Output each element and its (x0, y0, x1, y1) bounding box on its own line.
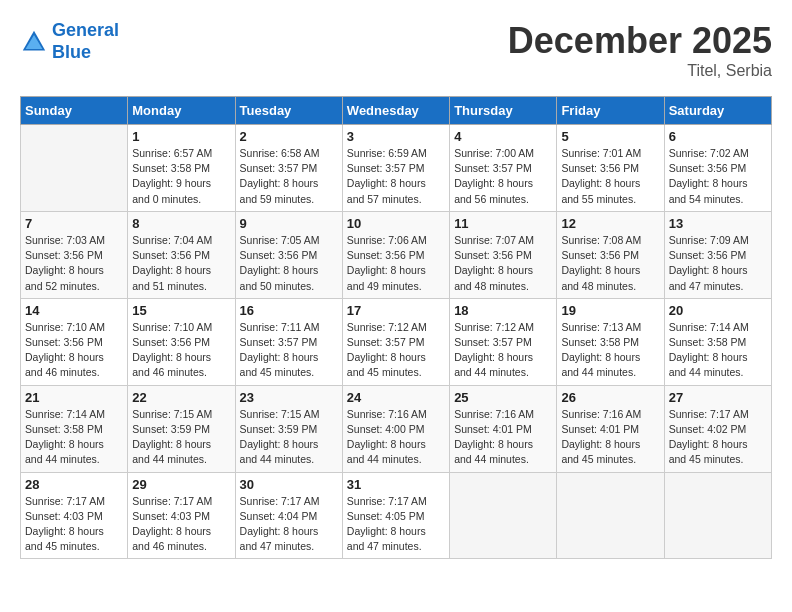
day-info: Sunrise: 7:14 AM Sunset: 3:58 PM Dayligh… (25, 407, 123, 468)
page-header: General Blue December 2025 Titel, Serbia (20, 20, 772, 80)
day-cell: 2Sunrise: 6:58 AM Sunset: 3:57 PM Daylig… (235, 125, 342, 212)
day-info: Sunrise: 7:16 AM Sunset: 4:01 PM Dayligh… (454, 407, 552, 468)
day-number: 2 (240, 129, 338, 144)
day-info: Sunrise: 7:10 AM Sunset: 3:56 PM Dayligh… (25, 320, 123, 381)
logo-icon (20, 28, 48, 56)
col-header-thursday: Thursday (450, 97, 557, 125)
day-info: Sunrise: 7:10 AM Sunset: 3:56 PM Dayligh… (132, 320, 230, 381)
day-cell: 16Sunrise: 7:11 AM Sunset: 3:57 PM Dayli… (235, 298, 342, 385)
day-info: Sunrise: 7:00 AM Sunset: 3:57 PM Dayligh… (454, 146, 552, 207)
day-info: Sunrise: 7:09 AM Sunset: 3:56 PM Dayligh… (669, 233, 767, 294)
day-cell: 6Sunrise: 7:02 AM Sunset: 3:56 PM Daylig… (664, 125, 771, 212)
logo: General Blue (20, 20, 119, 63)
day-cell: 1Sunrise: 6:57 AM Sunset: 3:58 PM Daylig… (128, 125, 235, 212)
week-row-2: 7Sunrise: 7:03 AM Sunset: 3:56 PM Daylig… (21, 211, 772, 298)
day-number: 30 (240, 477, 338, 492)
day-cell: 7Sunrise: 7:03 AM Sunset: 3:56 PM Daylig… (21, 211, 128, 298)
day-cell (664, 472, 771, 559)
day-cell: 24Sunrise: 7:16 AM Sunset: 4:00 PM Dayli… (342, 385, 449, 472)
day-cell: 13Sunrise: 7:09 AM Sunset: 3:56 PM Dayli… (664, 211, 771, 298)
day-cell: 12Sunrise: 7:08 AM Sunset: 3:56 PM Dayli… (557, 211, 664, 298)
col-header-tuesday: Tuesday (235, 97, 342, 125)
day-cell (450, 472, 557, 559)
day-cell: 25Sunrise: 7:16 AM Sunset: 4:01 PM Dayli… (450, 385, 557, 472)
day-number: 15 (132, 303, 230, 318)
day-cell: 4Sunrise: 7:00 AM Sunset: 3:57 PM Daylig… (450, 125, 557, 212)
day-cell: 14Sunrise: 7:10 AM Sunset: 3:56 PM Dayli… (21, 298, 128, 385)
day-info: Sunrise: 7:04 AM Sunset: 3:56 PM Dayligh… (132, 233, 230, 294)
day-info: Sunrise: 7:12 AM Sunset: 3:57 PM Dayligh… (347, 320, 445, 381)
day-info: Sunrise: 7:08 AM Sunset: 3:56 PM Dayligh… (561, 233, 659, 294)
day-number: 18 (454, 303, 552, 318)
day-number: 1 (132, 129, 230, 144)
day-number: 3 (347, 129, 445, 144)
day-info: Sunrise: 7:06 AM Sunset: 3:56 PM Dayligh… (347, 233, 445, 294)
day-cell: 22Sunrise: 7:15 AM Sunset: 3:59 PM Dayli… (128, 385, 235, 472)
day-cell: 5Sunrise: 7:01 AM Sunset: 3:56 PM Daylig… (557, 125, 664, 212)
day-number: 24 (347, 390, 445, 405)
day-number: 11 (454, 216, 552, 231)
day-number: 4 (454, 129, 552, 144)
week-row-5: 28Sunrise: 7:17 AM Sunset: 4:03 PM Dayli… (21, 472, 772, 559)
day-info: Sunrise: 7:16 AM Sunset: 4:01 PM Dayligh… (561, 407, 659, 468)
logo-text: General Blue (52, 20, 119, 63)
day-cell: 3Sunrise: 6:59 AM Sunset: 3:57 PM Daylig… (342, 125, 449, 212)
day-cell: 9Sunrise: 7:05 AM Sunset: 3:56 PM Daylig… (235, 211, 342, 298)
day-cell (21, 125, 128, 212)
day-cell: 21Sunrise: 7:14 AM Sunset: 3:58 PM Dayli… (21, 385, 128, 472)
day-info: Sunrise: 7:02 AM Sunset: 3:56 PM Dayligh… (669, 146, 767, 207)
day-cell: 27Sunrise: 7:17 AM Sunset: 4:02 PM Dayli… (664, 385, 771, 472)
day-cell: 10Sunrise: 7:06 AM Sunset: 3:56 PM Dayli… (342, 211, 449, 298)
day-info: Sunrise: 7:17 AM Sunset: 4:03 PM Dayligh… (132, 494, 230, 555)
day-number: 29 (132, 477, 230, 492)
col-header-monday: Monday (128, 97, 235, 125)
col-header-sunday: Sunday (21, 97, 128, 125)
day-cell (557, 472, 664, 559)
day-cell: 15Sunrise: 7:10 AM Sunset: 3:56 PM Dayli… (128, 298, 235, 385)
day-cell: 30Sunrise: 7:17 AM Sunset: 4:04 PM Dayli… (235, 472, 342, 559)
day-info: Sunrise: 7:01 AM Sunset: 3:56 PM Dayligh… (561, 146, 659, 207)
day-cell: 20Sunrise: 7:14 AM Sunset: 3:58 PM Dayli… (664, 298, 771, 385)
day-cell: 19Sunrise: 7:13 AM Sunset: 3:58 PM Dayli… (557, 298, 664, 385)
day-number: 12 (561, 216, 659, 231)
day-number: 23 (240, 390, 338, 405)
day-number: 6 (669, 129, 767, 144)
calendar-table: SundayMondayTuesdayWednesdayThursdayFrid… (20, 96, 772, 559)
day-number: 22 (132, 390, 230, 405)
col-header-wednesday: Wednesday (342, 97, 449, 125)
day-cell: 29Sunrise: 7:17 AM Sunset: 4:03 PM Dayli… (128, 472, 235, 559)
day-info: Sunrise: 7:11 AM Sunset: 3:57 PM Dayligh… (240, 320, 338, 381)
day-info: Sunrise: 6:58 AM Sunset: 3:57 PM Dayligh… (240, 146, 338, 207)
day-info: Sunrise: 7:12 AM Sunset: 3:57 PM Dayligh… (454, 320, 552, 381)
day-info: Sunrise: 7:17 AM Sunset: 4:03 PM Dayligh… (25, 494, 123, 555)
day-info: Sunrise: 7:17 AM Sunset: 4:04 PM Dayligh… (240, 494, 338, 555)
day-cell: 28Sunrise: 7:17 AM Sunset: 4:03 PM Dayli… (21, 472, 128, 559)
day-info: Sunrise: 7:14 AM Sunset: 3:58 PM Dayligh… (669, 320, 767, 381)
day-number: 10 (347, 216, 445, 231)
day-number: 17 (347, 303, 445, 318)
day-number: 14 (25, 303, 123, 318)
day-cell: 17Sunrise: 7:12 AM Sunset: 3:57 PM Dayli… (342, 298, 449, 385)
day-number: 5 (561, 129, 659, 144)
day-info: Sunrise: 7:17 AM Sunset: 4:02 PM Dayligh… (669, 407, 767, 468)
calendar-header-row: SundayMondayTuesdayWednesdayThursdayFrid… (21, 97, 772, 125)
day-info: Sunrise: 7:16 AM Sunset: 4:00 PM Dayligh… (347, 407, 445, 468)
week-row-3: 14Sunrise: 7:10 AM Sunset: 3:56 PM Dayli… (21, 298, 772, 385)
day-cell: 18Sunrise: 7:12 AM Sunset: 3:57 PM Dayli… (450, 298, 557, 385)
day-info: Sunrise: 7:15 AM Sunset: 3:59 PM Dayligh… (132, 407, 230, 468)
day-info: Sunrise: 6:57 AM Sunset: 3:58 PM Dayligh… (132, 146, 230, 207)
day-number: 7 (25, 216, 123, 231)
day-number: 8 (132, 216, 230, 231)
day-cell: 8Sunrise: 7:04 AM Sunset: 3:56 PM Daylig… (128, 211, 235, 298)
day-number: 21 (25, 390, 123, 405)
day-info: Sunrise: 7:07 AM Sunset: 3:56 PM Dayligh… (454, 233, 552, 294)
col-header-friday: Friday (557, 97, 664, 125)
day-info: Sunrise: 6:59 AM Sunset: 3:57 PM Dayligh… (347, 146, 445, 207)
day-number: 19 (561, 303, 659, 318)
day-number: 26 (561, 390, 659, 405)
day-cell: 31Sunrise: 7:17 AM Sunset: 4:05 PM Dayli… (342, 472, 449, 559)
day-cell: 23Sunrise: 7:15 AM Sunset: 3:59 PM Dayli… (235, 385, 342, 472)
title-block: December 2025 Titel, Serbia (508, 20, 772, 80)
day-number: 20 (669, 303, 767, 318)
week-row-4: 21Sunrise: 7:14 AM Sunset: 3:58 PM Dayli… (21, 385, 772, 472)
